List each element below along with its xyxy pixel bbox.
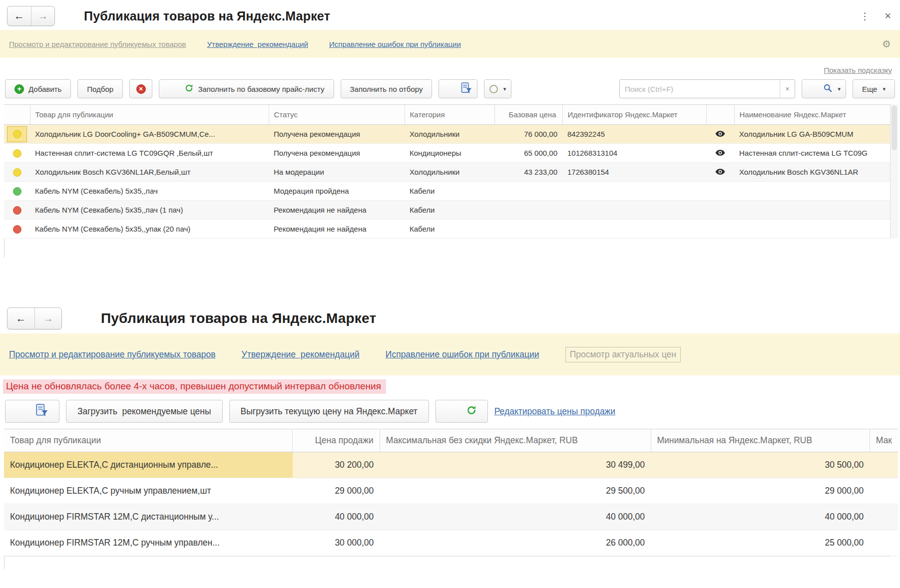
prices-table: Товар для публикации Цена продажи Максим… [4, 429, 898, 556]
col-max-clipped[interactable]: Мак [870, 429, 898, 452]
table-row[interactable]: Холодильник Bosch KGV36NL1AR,Белый,шт На… [4, 163, 890, 182]
vertical-scrollbar[interactable] [890, 104, 898, 239]
delete-icon: ✕ [136, 84, 146, 94]
table-empty-area [4, 556, 890, 569]
prices-table-zone: Товар для публикации Цена продажи Максим… [4, 429, 898, 556]
col-market-id[interactable]: Идентификатор Яндекс.Маркет [562, 105, 706, 125]
back-button[interactable]: ← [7, 6, 31, 25]
table-header-row: Товар для публикации Цена продажи Максим… [4, 429, 898, 452]
col-category[interactable]: Категория [405, 105, 494, 125]
more-button[interactable]: Еще ▾ [853, 79, 895, 98]
table-row[interactable]: Кабель NYM (Севкабель) 5х35,,пач Модерац… [4, 182, 890, 201]
show-hint-link[interactable]: Показать подсказку [824, 66, 893, 74]
col-max-no-discount[interactable]: Максимальная без скидки Яндекс.Маркет, R… [380, 429, 651, 452]
table-row[interactable]: Кондиционер FIRMSTAR 12M,С ручным управл… [4, 530, 898, 556]
status-dot [13, 130, 21, 138]
function-tabs-bar: Просмотр и редактирование публикуемых то… [0, 30, 900, 58]
col-status-dot[interactable] [4, 105, 30, 125]
table-row[interactable]: Кондиционер ELEKTA,С ручным управлением,… [4, 478, 898, 504]
price-update-warning: Цена не обновлялась более 4-х часов, пре… [3, 379, 386, 394]
table-row[interactable]: Холодильник LG DoorCooling+ GA-B509CMUM,… [4, 125, 890, 144]
col-status[interactable]: Статус [269, 105, 405, 125]
upload-current-price-button[interactable]: Выгрузить текущую цену на Яндекс.Маркет [229, 400, 429, 423]
filter-settings-button[interactable] [439, 79, 477, 98]
scrollbar-thumb[interactable] [892, 105, 897, 150]
back-button[interactable]: ← [7, 308, 34, 329]
forward-button[interactable]: → [34, 308, 61, 329]
fill-by-filter-button[interactable]: Заполнить по отбору [341, 79, 433, 98]
upload-current-price-label: Выгрузить текущую цену на Яндекс.Маркет [241, 406, 418, 417]
table-row[interactable]: Кондиционер ELEKTA,С дистанционным управ… [4, 452, 898, 478]
status-ring-icon [489, 85, 498, 93]
load-recommended-prices-label: Загрузить рекомендуемые цены [77, 406, 211, 417]
filter-document-icon [444, 74, 471, 104]
table-row[interactable]: Настенная сплит-система LG TC09GQR ,Белы… [4, 144, 890, 163]
tab-fix-publication-errors[interactable]: Исправление ошибок при публикации [329, 40, 461, 48]
tab-approve-recommendations[interactable]: Утверждение рекомендаций [207, 40, 309, 48]
fill-by-base-pricelist-button[interactable]: Заполнить по базовому прайс-листу [159, 79, 334, 98]
eye-icon [715, 149, 725, 157]
col-min-market[interactable]: Минимальная на Яндекс.Маркет, RUB [651, 429, 870, 452]
delete-button[interactable]: ✕ [129, 79, 152, 98]
tab-fix-publication-errors[interactable]: Исправление ошибок при публикации [386, 349, 539, 360]
edit-sale-prices-link[interactable]: Редактировать цены продажи [494, 406, 615, 417]
table-header-row: Товар для публикации Статус Категория Ба… [4, 105, 890, 125]
tab-view-edit-products[interactable]: Просмотр и редактирование публикуемых то… [9, 349, 216, 360]
products-table-zone: Товар для публикации Статус Категория Ба… [4, 104, 898, 239]
window-actual-prices: ← → Публикация товаров на Яндекс.Маркет … [0, 301, 900, 569]
status-dot [13, 225, 21, 234]
col-product[interactable]: Товар для публикации [30, 105, 269, 125]
pick-button-label: Подбор [87, 85, 113, 93]
close-icon[interactable]: × [885, 10, 891, 21]
history-nav: ← → [7, 307, 62, 329]
chevron-down-icon: ▾ [838, 86, 841, 92]
gear-icon[interactable]: ⚙ [882, 38, 891, 50]
chevron-down-icon: ▾ [503, 86, 506, 92]
col-market-name[interactable]: Наименование Яндекс.Маркет [734, 105, 890, 125]
col-base-price[interactable]: Базовая цена [494, 105, 562, 125]
fill-by-filter-label: Заполнить по отбору [350, 85, 423, 93]
add-button[interactable]: + Добавить [5, 79, 71, 98]
tab-view-actual-prices[interactable]: Просмотр актуальных цен [565, 347, 681, 362]
page-title: Публикация товаров на Яндекс.Маркет [101, 310, 376, 326]
table-row[interactable]: Кондиционер FIRMSTAR 12M,С дистанционным… [4, 504, 898, 530]
more-button-label: Еще [862, 85, 878, 93]
col-product[interactable]: Товар для публикации [4, 429, 293, 452]
search-box: × [619, 79, 795, 98]
refresh-icon [447, 395, 476, 428]
fill-by-base-pricelist-label: Заполнить по базовому прайс-листу [198, 85, 324, 93]
tab-approve-recommendations[interactable]: Утверждение рекомендаций [242, 349, 360, 360]
col-sale-price[interactable]: Цена продажи [293, 429, 380, 452]
filter-settings-button[interactable] [5, 400, 59, 423]
col-eye[interactable] [706, 105, 734, 125]
clear-search-icon[interactable]: × [780, 80, 795, 98]
history-nav: ← → [7, 6, 55, 26]
eye-icon [715, 130, 725, 138]
load-recommended-prices-button[interactable]: Загрузить рекомендуемые цены [66, 400, 223, 423]
refresh-button[interactable] [436, 400, 488, 423]
warning-row: Цена не обновлялась более 4-х часов, пре… [0, 375, 900, 397]
prices-toolbar: Загрузить рекомендуемые цены Выгрузить т… [0, 397, 900, 428]
current-cell-box [7, 126, 27, 142]
window-publish-products-list: ← → Публикация товаров на Яндекс.Маркет … [0, 0, 900, 258]
status-dot [13, 168, 21, 177]
window-header: ← → Публикация товаров на Яндекс.Маркет … [0, 0, 900, 30]
search-input[interactable] [620, 80, 780, 98]
search-icon [807, 75, 832, 102]
status-dot [13, 187, 21, 196]
filter-document-icon [16, 393, 48, 430]
pick-button[interactable]: Подбор [77, 79, 123, 98]
page-title: Публикация товаров на Яндекс.Маркет [84, 9, 330, 23]
kebab-menu-icon[interactable]: ⋮ [860, 10, 870, 22]
table-row[interactable]: Кабель NYM (Севкабель) 5х35,,упак (20 па… [4, 220, 890, 239]
chevron-down-icon: ▾ [883, 86, 886, 92]
status-filter-dropdown[interactable]: ▾ [484, 79, 512, 98]
tab-view-edit-products[interactable]: Просмотр и редактирование публикуемых то… [9, 40, 186, 48]
list-toolbar: + Добавить Подбор ✕ Заполнить по базовом… [0, 76, 900, 103]
table-row[interactable]: Кабель NYM (Севкабель) 5х35,,пач (1 пач)… [4, 201, 890, 220]
refresh-icon [168, 75, 193, 102]
forward-button[interactable]: → [31, 6, 54, 25]
search-button[interactable]: ▾ [802, 79, 846, 98]
window-header: ← → Публикация товаров на Яндекс.Маркет [0, 301, 900, 333]
products-table: Товар для публикации Статус Категория Ба… [4, 104, 890, 239]
